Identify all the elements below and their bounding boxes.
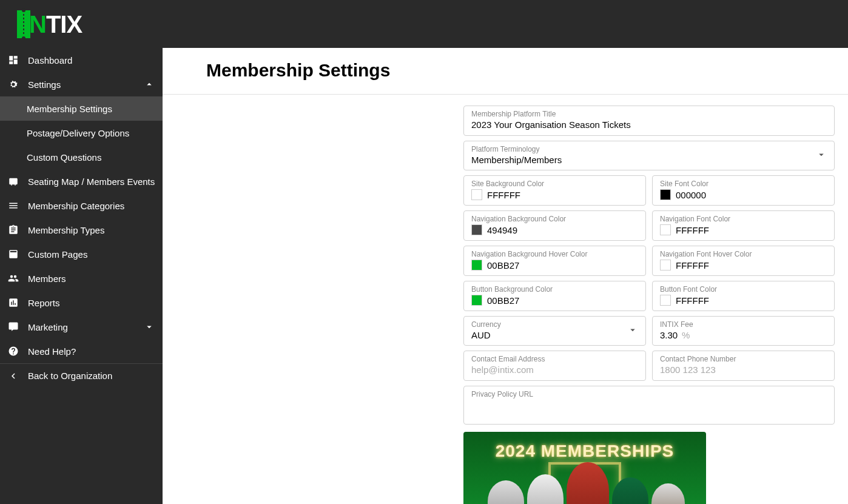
- help-icon: [7, 345, 19, 357]
- settings-form: Membership Platform Title Platform Termi…: [463, 106, 835, 504]
- nav-font-input[interactable]: [676, 225, 827, 235]
- button-font-input[interactable]: [676, 295, 827, 306]
- sidebar: Dashboard Settings Membership Settings P…: [0, 48, 163, 504]
- field-label: Site Font Color: [660, 180, 827, 188]
- terminology-select-value: Membership/Members: [471, 155, 827, 165]
- gear-icon: [7, 78, 19, 90]
- color-swatch[interactable]: [660, 260, 671, 270]
- field-label: Membership Platform Title: [471, 110, 827, 118]
- color-swatch[interactable]: [471, 189, 482, 200]
- seat-icon: [7, 175, 19, 187]
- ticket-icon: [17, 10, 30, 38]
- sidebar-item-label: Custom Questions: [27, 152, 155, 163]
- field-nav-hover-bg-color[interactable]: Navigation Background Hover Color: [463, 246, 646, 276]
- sidebar-item-label: Custom Pages: [28, 249, 155, 260]
- field-label: Navigation Background Hover Color: [471, 250, 638, 258]
- content-scroll[interactable]: Membership Platform Title Platform Termi…: [163, 95, 848, 504]
- color-swatch[interactable]: [660, 224, 671, 235]
- field-intix-fee[interactable]: INTIX Fee %: [652, 316, 835, 346]
- field-privacy-url[interactable]: Privacy Policy URL: [463, 386, 835, 425]
- platform-title-input[interactable]: [471, 119, 827, 130]
- sidebar-item-label: Membership Settings: [27, 104, 155, 114]
- sidebar-item-dashboard[interactable]: Dashboard: [0, 48, 163, 72]
- field-label: Site Background Color: [471, 180, 638, 188]
- field-site-font-color[interactable]: Site Font Color: [652, 175, 835, 206]
- field-label: Navigation Background Color: [471, 215, 638, 223]
- field-label: Platform Terminology: [471, 145, 827, 153]
- pages-icon: [7, 248, 19, 260]
- nav-hover-bg-input[interactable]: [487, 260, 638, 270]
- field-label: Button Font Color: [660, 285, 827, 294]
- sidebar-item-label: Settings: [28, 79, 143, 90]
- sidebar-item-label: Marketing: [28, 322, 143, 332]
- field-platform-title[interactable]: Membership Platform Title: [463, 106, 835, 136]
- field-platform-terminology[interactable]: Platform Terminology Membership/Members: [463, 141, 835, 170]
- nav-hover-font-input[interactable]: [676, 260, 827, 270]
- sidebar-item-settings[interactable]: Settings: [0, 72, 163, 96]
- main-content: Membership Settings Membership Platform …: [163, 48, 848, 504]
- members-icon: [7, 272, 19, 284]
- promo-image: 2024 MEMBERSHIPS: [463, 432, 706, 504]
- sidebar-item-label: Back to Organization: [28, 371, 155, 381]
- sidebar-item-reports[interactable]: Reports: [0, 291, 163, 315]
- nav-bg-input[interactable]: [487, 225, 638, 235]
- field-label: INTIX Fee: [660, 320, 827, 329]
- page-title: Membership Settings: [206, 60, 848, 81]
- field-label: Contact Email Address: [471, 355, 638, 363]
- email-input[interactable]: [471, 365, 638, 375]
- field-label: Button Background Color: [471, 285, 638, 294]
- sidebar-item-postage-delivery[interactable]: Postage/Delivery Options: [0, 121, 163, 145]
- sidebar-item-label: Need Help?: [28, 346, 155, 357]
- sidebar-item-need-help[interactable]: Need Help?: [0, 339, 163, 363]
- chart-icon: [7, 297, 19, 309]
- currency-select-value: AUD: [471, 330, 638, 340]
- site-bg-input[interactable]: [487, 190, 638, 200]
- field-contact-phone[interactable]: Contact Phone Number: [652, 351, 835, 381]
- button-bg-input[interactable]: [487, 295, 638, 306]
- chevron-left-icon: [7, 370, 19, 382]
- field-button-font-color[interactable]: Button Font Color: [652, 281, 835, 311]
- field-nav-font-color[interactable]: Navigation Font Color: [652, 210, 835, 241]
- field-label: Navigation Font Color: [660, 215, 827, 223]
- field-label: Currency: [471, 320, 638, 329]
- sidebar-item-label: Seating Map / Members Events: [28, 176, 155, 187]
- field-currency[interactable]: Currency AUD: [463, 316, 646, 346]
- sidebar-item-custom-questions[interactable]: Custom Questions: [0, 145, 163, 169]
- field-label: Navigation Font Hover Color: [660, 250, 827, 258]
- fee-input[interactable]: [660, 330, 684, 340]
- color-swatch[interactable]: [660, 189, 671, 200]
- sidebar-item-label: Reports: [28, 298, 155, 308]
- sidebar-item-members[interactable]: Members: [0, 266, 163, 291]
- page-header: Membership Settings: [163, 48, 848, 95]
- megaphone-icon: [7, 321, 19, 333]
- sidebar-item-label: Members: [28, 274, 155, 284]
- color-swatch[interactable]: [660, 295, 671, 306]
- field-nav-bg-color[interactable]: Navigation Background Color: [463, 210, 646, 241]
- sidebar-item-label: Membership Types: [28, 225, 155, 235]
- sidebar-item-marketing[interactable]: Marketing: [0, 315, 163, 339]
- field-label: Privacy Policy URL: [471, 390, 827, 398]
- field-label: Contact Phone Number: [660, 355, 827, 363]
- list-icon: [7, 200, 19, 212]
- app-header: NTIX: [0, 0, 848, 48]
- clipboard-icon: [7, 224, 19, 236]
- color-swatch[interactable]: [471, 260, 482, 270]
- sidebar-item-membership-categories[interactable]: Membership Categories: [0, 193, 163, 218]
- color-swatch[interactable]: [471, 295, 482, 306]
- site-font-input[interactable]: [676, 190, 827, 200]
- sidebar-item-custom-pages[interactable]: Custom Pages: [0, 242, 163, 266]
- chevron-down-icon: [143, 321, 155, 333]
- field-contact-email[interactable]: Contact Email Address: [463, 351, 646, 381]
- sidebar-item-back-to-org[interactable]: Back to Organization: [0, 363, 163, 388]
- privacy-input[interactable]: [471, 400, 827, 410]
- phone-input[interactable]: [660, 365, 827, 375]
- app-logo: NTIX: [17, 10, 82, 38]
- field-site-bg-color[interactable]: Site Background Color: [463, 175, 646, 206]
- sidebar-item-seating-map[interactable]: Seating Map / Members Events: [0, 169, 163, 193]
- sidebar-item-membership-settings[interactable]: Membership Settings: [0, 96, 163, 121]
- sidebar-item-membership-types[interactable]: Membership Types: [0, 218, 163, 242]
- color-swatch[interactable]: [471, 224, 482, 235]
- sidebar-item-label: Postage/Delivery Options: [27, 128, 155, 138]
- field-button-bg-color[interactable]: Button Background Color: [463, 281, 646, 311]
- field-nav-hover-font-color[interactable]: Navigation Font Hover Color: [652, 246, 835, 276]
